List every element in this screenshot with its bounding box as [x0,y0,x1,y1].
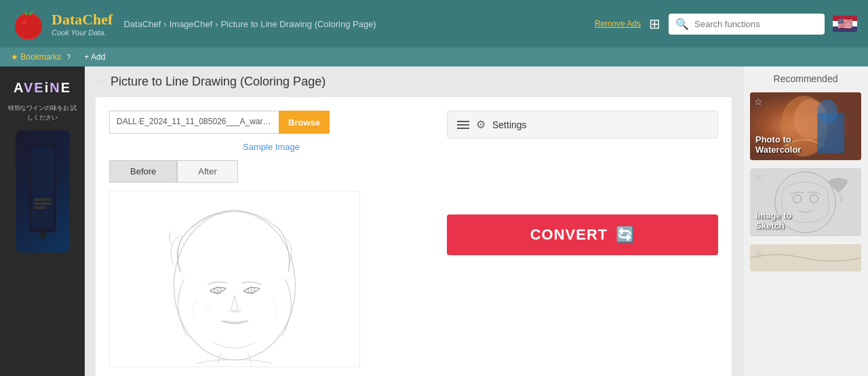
convert-icon: 🔄 [616,226,635,244]
svg-point-16 [209,307,210,309]
tab-before[interactable]: Before [109,160,177,183]
rec-card-img-sketch: ☆ Image toSketch [750,168,861,236]
header-right: Remove Ads ⊞ 🔍 [595,14,857,35]
ad-subtitle: 特別なワインの味をお 試しください [5,104,79,122]
rec-card-sketch[interactable]: ☆ Image toSketch [750,168,861,236]
rec-card-watercolor[interactable]: ☆ Photo toWatercolor [750,92,861,160]
rec-star-watercolor-icon[interactable]: ☆ [754,96,763,107]
search-input[interactable] [694,19,818,29]
right-sidebar: Recommended [743,67,868,376]
header: DataChef Cook Your Data. DataChef › Imag… [0,0,868,48]
logo-text: DataChef Cook Your Data. [52,11,113,37]
image-preview [109,191,360,367]
file-input-row: DALL·E_2024_11_11_085026___A_warm_R Brow… [109,111,433,134]
convert-label: CONVERT [530,226,608,244]
svg-point-14 [250,289,253,292]
rec-star-sketch-icon[interactable]: ☆ [754,172,763,183]
search-box[interactable]: 🔍 [669,14,825,35]
ad-content: AVEiNE 特別なワインの味をお 試しください [0,67,85,376]
flag-icon[interactable] [833,16,857,32]
recommended-title: Recommended [750,73,861,84]
convert-button[interactable]: CONVERT 🔄 [447,214,718,255]
left-ad-sidebar: AVEiNE 特別なワインの味をお 試しください [0,67,85,376]
svg-rect-7 [34,206,46,209]
menu-lines-icon[interactable] [457,121,469,129]
grid-icon[interactable]: ⊞ [649,16,660,32]
tool-right-panel: ⚙ Settings CONVERT 🔄 [447,111,718,367]
subheader: ★ Bookmarks ? + Add [0,48,868,67]
rec-card-img-other: ☆ [750,244,861,271]
search-icon: 🔍 [675,18,689,31]
tool-card: DALL·E_2024_11_11_085026___A_warm_R Brow… [96,97,732,376]
logo-name: DataChef [52,11,113,29]
svg-point-1 [15,14,42,39]
rec-star-other-icon[interactable]: ☆ [754,248,763,259]
settings-label: Settings [492,119,527,130]
settings-gear-icon: ⚙ [476,118,486,131]
logo-tomato-icon [11,6,46,41]
svg-point-17 [205,308,206,309]
ad-product-image [16,130,70,252]
favorite-star-icon[interactable]: ☆ [96,75,105,88]
breadcrumb-sep1: › [163,19,166,29]
sample-image-link[interactable]: Sample Image [109,142,433,152]
page-title: Picture to Line Drawing (Coloring Page) [111,75,326,89]
breadcrumb: DataChef › ImageChef › Picture to Line D… [123,19,584,29]
svg-point-15 [207,305,208,307]
breadcrumb-current: Picture to Line Drawing (Coloring Page) [221,19,376,29]
tab-row: Before After [109,160,433,183]
svg-point-8 [39,232,46,239]
rec-label-watercolor: Photo toWatercolor [755,134,801,155]
rec-label-sketch: Image toSketch [755,210,791,231]
breadcrumb-sep2: › [215,19,218,29]
settings-bar: ⚙ Settings [447,111,718,138]
svg-rect-27 [750,244,861,271]
rec-card-other[interactable]: ☆ [750,244,861,271]
svg-rect-9 [110,191,359,367]
svg-rect-4 [31,146,54,227]
logo[interactable]: DataChef Cook Your Data. [11,6,113,41]
remove-ads-link[interactable]: Remove Ads [595,19,641,29]
svg-point-2 [22,20,26,25]
breadcrumb-imagechef[interactable]: ImageChef [170,19,213,29]
content-area: ☆ Picture to Line Drawing (Coloring Page… [85,67,743,376]
svg-point-22 [817,99,837,124]
ad-brand: AVEiNE [14,80,71,96]
svg-rect-6 [34,202,52,205]
tool-left-panel: DALL·E_2024_11_11_085026___A_warm_R Brow… [109,111,433,367]
breadcrumb-datachef[interactable]: DataChef [123,19,161,29]
browse-button[interactable]: Browse [279,111,330,134]
page-title-row: ☆ Picture to Line Drawing (Coloring Page… [96,75,732,89]
sketch-image [110,191,359,367]
rec-card-img-watercolor: ☆ Photo toWatercolor [750,92,861,160]
add-button[interactable]: + Add [84,52,105,62]
svg-point-12 [216,289,219,292]
file-input-display: DALL·E_2024_11_11_085026___A_warm_R [109,111,279,134]
tab-after[interactable]: After [177,160,237,183]
bookmarks-button[interactable]: ★ Bookmarks ? [11,52,73,62]
svg-rect-5 [34,198,52,201]
bookmark-info-icon: ? [64,52,73,62]
main-layout: AVEiNE 特別なワインの味をお 試しください ☆ Picture to Li… [0,67,868,376]
logo-tagline: Cook Your Data. [52,29,113,37]
